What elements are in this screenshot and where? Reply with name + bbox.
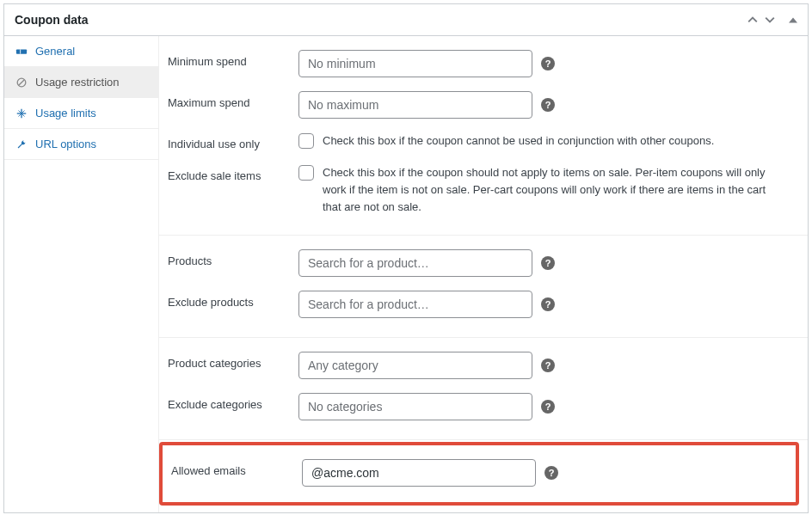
row-maximum-spend: Maximum spend ? bbox=[168, 84, 799, 126]
label-minimum-spend: Minimum spend bbox=[168, 50, 298, 68]
allowed-emails-input[interactable] bbox=[302, 459, 536, 487]
exclude-sale-checkbox[interactable] bbox=[298, 165, 314, 181]
sidebar-item-label: Usage restriction bbox=[35, 76, 120, 89]
sidebar-item-usage-limits[interactable]: Usage limits bbox=[4, 98, 158, 129]
ticket-icon bbox=[15, 46, 28, 58]
label-maximum-spend: Maximum spend bbox=[168, 91, 298, 109]
label-product-categories: Product categories bbox=[168, 352, 298, 370]
limits-icon bbox=[15, 107, 28, 120]
section-spend: Minimum spend ? Maximum spend ? Individu… bbox=[159, 36, 808, 236]
exclude-sale-text: Check this box if the coupon should not … bbox=[323, 164, 787, 216]
coupon-data-panel: Coupon data General bbox=[3, 3, 809, 513]
sidebar-item-label: General bbox=[35, 45, 75, 58]
sidebar-item-label: URL options bbox=[35, 138, 96, 150]
sidebar: General Usage restriction Usage limits U… bbox=[4, 36, 159, 512]
maximum-spend-input[interactable] bbox=[298, 91, 532, 119]
section-allowed-emails: Allowed emails ? bbox=[159, 442, 799, 506]
move-down-icon[interactable] bbox=[765, 14, 775, 26]
panel-header-controls bbox=[747, 14, 797, 26]
sidebar-item-general[interactable]: General bbox=[4, 36, 158, 67]
row-product-categories: Product categories Any category ? bbox=[168, 345, 799, 386]
label-exclude-categories: Exclude categories bbox=[168, 393, 298, 411]
label-products: Products bbox=[168, 249, 298, 267]
product-categories-input[interactable]: Any category bbox=[298, 352, 532, 379]
svg-rect-0 bbox=[16, 49, 27, 53]
row-exclude-categories: Exclude categories No categories ? bbox=[168, 386, 799, 427]
collapse-icon[interactable] bbox=[789, 14, 797, 26]
row-products: Products Search for a product… ? bbox=[168, 242, 799, 284]
help-icon[interactable]: ? bbox=[541, 57, 555, 70]
content: Minimum spend ? Maximum spend ? Individu… bbox=[159, 36, 808, 512]
label-individual-use: Individual use only bbox=[168, 132, 298, 150]
row-allowed-emails: Allowed emails ? bbox=[171, 459, 787, 487]
svg-rect-1 bbox=[20, 49, 21, 53]
exclude-products-input[interactable]: Search for a product… bbox=[298, 291, 532, 318]
products-input[interactable]: Search for a product… bbox=[298, 249, 532, 277]
help-icon[interactable]: ? bbox=[544, 466, 558, 480]
help-icon[interactable]: ? bbox=[541, 297, 555, 311]
minimum-spend-input[interactable] bbox=[298, 50, 532, 77]
move-up-icon[interactable] bbox=[747, 14, 758, 26]
svg-line-3 bbox=[19, 79, 24, 84]
section-categories: Product categories Any category ? Exclud… bbox=[159, 338, 808, 440]
row-exclude-sale: Exclude sale items Check this box if the… bbox=[168, 157, 799, 223]
row-minimum-spend: Minimum spend ? bbox=[168, 43, 799, 84]
wrench-icon bbox=[15, 138, 28, 150]
panel-header: Coupon data bbox=[4, 4, 808, 36]
individual-use-text: Check this box if the coupon cannot be u… bbox=[323, 132, 714, 150]
help-icon[interactable]: ? bbox=[541, 400, 555, 414]
label-exclude-sale: Exclude sale items bbox=[168, 164, 298, 182]
row-individual-use: Individual use only Check this box if th… bbox=[168, 126, 799, 157]
section-products: Products Search for a product… ? Exclude… bbox=[159, 236, 808, 338]
sidebar-item-url-options[interactable]: URL options bbox=[4, 129, 158, 160]
sidebar-item-usage-restriction[interactable]: Usage restriction bbox=[4, 67, 158, 98]
exclude-categories-input[interactable]: No categories bbox=[298, 393, 532, 420]
sidebar-item-label: Usage limits bbox=[35, 107, 96, 120]
label-allowed-emails: Allowed emails bbox=[171, 459, 302, 477]
panel-body: General Usage restriction Usage limits U… bbox=[4, 36, 808, 512]
help-icon[interactable]: ? bbox=[541, 98, 555, 112]
row-exclude-products: Exclude products Search for a product… ? bbox=[168, 284, 799, 325]
label-exclude-products: Exclude products bbox=[168, 291, 298, 309]
individual-use-checkbox[interactable] bbox=[298, 133, 314, 149]
help-icon[interactable]: ? bbox=[541, 256, 555, 270]
panel-title: Coupon data bbox=[15, 13, 89, 27]
help-icon[interactable]: ? bbox=[541, 359, 555, 372]
block-icon bbox=[15, 77, 28, 89]
